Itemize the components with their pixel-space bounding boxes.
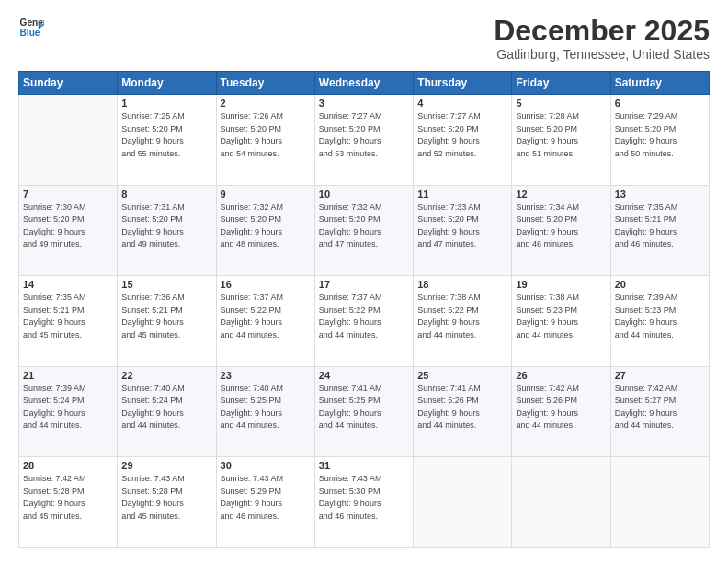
calendar-cell [414, 457, 512, 548]
logo-icon: General Blue [18, 15, 44, 40]
day-info: Sunrise: 7:34 AM Sunset: 5:20 PM Dayligh… [516, 201, 606, 251]
day-info: Sunrise: 7:28 AM Sunset: 5:20 PM Dayligh… [516, 110, 606, 160]
calendar-cell [512, 457, 610, 548]
calendar-cell: 31Sunrise: 7:43 AM Sunset: 5:30 PM Dayli… [314, 457, 413, 548]
calendar-cell: 30Sunrise: 7:43 AM Sunset: 5:29 PM Dayli… [216, 457, 314, 548]
day-info: Sunrise: 7:35 AM Sunset: 5:21 PM Dayligh… [23, 292, 113, 341]
calendar-cell: 4Sunrise: 7:27 AM Sunset: 5:20 PM Daylig… [414, 95, 512, 186]
calendar-cell: 1Sunrise: 7:25 AM Sunset: 5:20 PM Daylig… [118, 95, 216, 186]
day-number: 19 [516, 279, 606, 290]
day-info: Sunrise: 7:30 AM Sunset: 5:20 PM Dayligh… [23, 201, 113, 251]
main-title: December 2025 [494, 15, 710, 47]
day-info: Sunrise: 7:40 AM Sunset: 5:24 PM Dayligh… [121, 383, 211, 432]
day-info: Sunrise: 7:40 AM Sunset: 5:25 PM Dayligh… [221, 383, 311, 432]
day-info: Sunrise: 7:43 AM Sunset: 5:28 PM Dayligh… [121, 473, 211, 523]
calendar-cell: 28Sunrise: 7:42 AM Sunset: 5:28 PM Dayli… [19, 457, 118, 548]
day-info: Sunrise: 7:25 AM Sunset: 5:20 PM Dayligh… [121, 110, 211, 160]
day-number: 20 [615, 279, 705, 290]
subtitle: Gatlinburg, Tennessee, United States [494, 47, 710, 62]
weekday-header-thursday: Thursday [414, 72, 512, 95]
day-info: Sunrise: 7:43 AM Sunset: 5:30 PM Dayligh… [319, 473, 409, 523]
day-info: Sunrise: 7:32 AM Sunset: 5:20 PM Dayligh… [319, 201, 409, 251]
calendar-cell: 15Sunrise: 7:36 AM Sunset: 5:21 PM Dayli… [118, 276, 216, 367]
day-info: Sunrise: 7:43 AM Sunset: 5:29 PM Dayligh… [221, 473, 311, 523]
day-number: 24 [319, 370, 409, 381]
weekday-header-row: SundayMondayTuesdayWednesdayThursdayFrid… [19, 72, 710, 95]
day-number: 22 [121, 370, 211, 381]
day-number: 14 [23, 279, 113, 290]
day-number: 2 [221, 98, 311, 109]
page: General Blue December 2025 Gatlinburg, T… [0, 0, 728, 563]
svg-text:Blue: Blue [20, 28, 40, 38]
calendar-cell: 24Sunrise: 7:41 AM Sunset: 5:25 PM Dayli… [314, 366, 413, 457]
day-info: Sunrise: 7:39 AM Sunset: 5:23 PM Dayligh… [615, 292, 705, 341]
day-info: Sunrise: 7:41 AM Sunset: 5:25 PM Dayligh… [319, 383, 409, 432]
day-info: Sunrise: 7:39 AM Sunset: 5:24 PM Dayligh… [23, 383, 113, 432]
day-number: 11 [417, 189, 507, 200]
day-info: Sunrise: 7:32 AM Sunset: 5:20 PM Dayligh… [221, 201, 311, 251]
day-number: 3 [319, 98, 409, 109]
weekday-header-friday: Friday [512, 72, 610, 95]
calendar-cell: 11Sunrise: 7:33 AM Sunset: 5:20 PM Dayli… [414, 185, 512, 276]
day-number: 9 [221, 189, 311, 200]
day-number: 7 [23, 189, 113, 200]
day-number: 28 [23, 460, 113, 471]
day-number: 23 [221, 370, 311, 381]
day-number: 17 [319, 279, 409, 290]
calendar-cell: 5Sunrise: 7:28 AM Sunset: 5:20 PM Daylig… [512, 95, 610, 186]
day-number: 4 [417, 98, 507, 109]
header: General Blue December 2025 Gatlinburg, T… [18, 15, 710, 62]
calendar-cell [19, 95, 118, 186]
week-row-1: 1Sunrise: 7:25 AM Sunset: 5:20 PM Daylig… [19, 95, 710, 186]
weekday-header-sunday: Sunday [19, 72, 118, 95]
week-row-2: 7Sunrise: 7:30 AM Sunset: 5:20 PM Daylig… [19, 185, 710, 276]
calendar-cell: 3Sunrise: 7:27 AM Sunset: 5:20 PM Daylig… [314, 95, 413, 186]
day-number: 12 [516, 189, 606, 200]
day-number: 30 [221, 460, 311, 471]
calendar-cell: 19Sunrise: 7:38 AM Sunset: 5:23 PM Dayli… [512, 276, 610, 367]
day-number: 15 [121, 279, 211, 290]
day-number: 8 [121, 189, 211, 200]
calendar-table: SundayMondayTuesdayWednesdayThursdayFrid… [18, 71, 710, 548]
day-number: 10 [319, 189, 409, 200]
day-info: Sunrise: 7:26 AM Sunset: 5:20 PM Dayligh… [221, 110, 311, 160]
day-number: 13 [615, 189, 705, 200]
title-block: December 2025 Gatlinburg, Tennessee, Uni… [494, 15, 710, 62]
calendar-cell: 12Sunrise: 7:34 AM Sunset: 5:20 PM Dayli… [512, 185, 610, 276]
day-info: Sunrise: 7:42 AM Sunset: 5:26 PM Dayligh… [516, 383, 606, 432]
day-number: 5 [516, 98, 606, 109]
day-info: Sunrise: 7:27 AM Sunset: 5:20 PM Dayligh… [319, 110, 409, 160]
week-row-5: 28Sunrise: 7:42 AM Sunset: 5:28 PM Dayli… [19, 457, 710, 548]
calendar-cell: 21Sunrise: 7:39 AM Sunset: 5:24 PM Dayli… [19, 366, 118, 457]
day-info: Sunrise: 7:29 AM Sunset: 5:20 PM Dayligh… [615, 110, 705, 160]
calendar-cell: 25Sunrise: 7:41 AM Sunset: 5:26 PM Dayli… [414, 366, 512, 457]
calendar-cell: 13Sunrise: 7:35 AM Sunset: 5:21 PM Dayli… [610, 185, 709, 276]
calendar-cell: 18Sunrise: 7:38 AM Sunset: 5:22 PM Dayli… [414, 276, 512, 367]
day-number: 31 [319, 460, 409, 471]
calendar-cell: 20Sunrise: 7:39 AM Sunset: 5:23 PM Dayli… [610, 276, 709, 367]
day-number: 29 [121, 460, 211, 471]
logo: General Blue [18, 15, 44, 40]
calendar-cell: 22Sunrise: 7:40 AM Sunset: 5:24 PM Dayli… [118, 366, 216, 457]
day-number: 25 [417, 370, 507, 381]
day-number: 18 [417, 279, 507, 290]
day-info: Sunrise: 7:42 AM Sunset: 5:28 PM Dayligh… [23, 473, 113, 523]
calendar-cell: 8Sunrise: 7:31 AM Sunset: 5:20 PM Daylig… [118, 185, 216, 276]
weekday-header-monday: Monday [118, 72, 216, 95]
calendar-cell: 10Sunrise: 7:32 AM Sunset: 5:20 PM Dayli… [314, 185, 413, 276]
day-info: Sunrise: 7:31 AM Sunset: 5:20 PM Dayligh… [121, 201, 211, 251]
calendar-cell: 23Sunrise: 7:40 AM Sunset: 5:25 PM Dayli… [216, 366, 314, 457]
day-number: 16 [221, 279, 311, 290]
calendar-cell: 6Sunrise: 7:29 AM Sunset: 5:20 PM Daylig… [610, 95, 709, 186]
calendar-cell: 7Sunrise: 7:30 AM Sunset: 5:20 PM Daylig… [19, 185, 118, 276]
calendar-cell: 9Sunrise: 7:32 AM Sunset: 5:20 PM Daylig… [216, 185, 314, 276]
day-info: Sunrise: 7:37 AM Sunset: 5:22 PM Dayligh… [221, 292, 311, 341]
day-number: 27 [615, 370, 705, 381]
day-info: Sunrise: 7:35 AM Sunset: 5:21 PM Dayligh… [615, 201, 705, 251]
weekday-header-tuesday: Tuesday [216, 72, 314, 95]
day-number: 26 [516, 370, 606, 381]
calendar-cell: 26Sunrise: 7:42 AM Sunset: 5:26 PM Dayli… [512, 366, 610, 457]
day-info: Sunrise: 7:42 AM Sunset: 5:27 PM Dayligh… [615, 383, 705, 432]
day-info: Sunrise: 7:41 AM Sunset: 5:26 PM Dayligh… [417, 383, 507, 432]
calendar-cell: 17Sunrise: 7:37 AM Sunset: 5:22 PM Dayli… [314, 276, 413, 367]
